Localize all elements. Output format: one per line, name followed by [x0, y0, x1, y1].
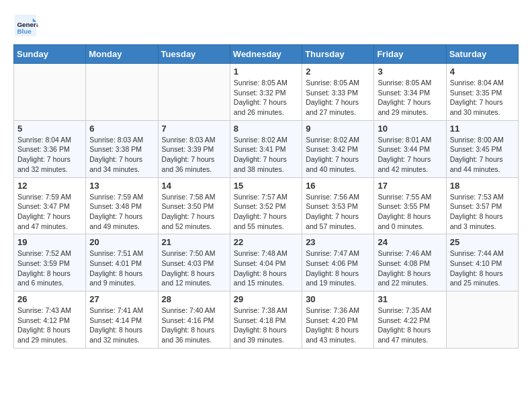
- day-number: 14: [162, 181, 226, 191]
- calendar-week-row: 26Sunrise: 7:43 AM Sunset: 4:12 PM Dayli…: [14, 291, 519, 349]
- calendar-cell: 14Sunrise: 7:58 AM Sunset: 3:50 PM Dayli…: [158, 177, 230, 234]
- day-info: Sunrise: 8:04 AM Sunset: 3:36 PM Dayligh…: [17, 135, 82, 175]
- calendar-cell: 6Sunrise: 8:03 AM Sunset: 3:38 PM Daylig…: [86, 120, 158, 177]
- calendar-cell: 10Sunrise: 8:01 AM Sunset: 3:44 PM Dayli…: [374, 120, 446, 177]
- day-info: Sunrise: 8:04 AM Sunset: 3:35 PM Dayligh…: [450, 78, 515, 118]
- logo-icon: General Blue: [13, 13, 38, 38]
- calendar-cell: 29Sunrise: 7:38 AM Sunset: 4:18 PM Dayli…: [230, 291, 302, 349]
- calendar-cell: [14, 64, 86, 121]
- day-number: 1: [234, 66, 298, 77]
- day-number: 5: [17, 124, 82, 134]
- day-info: Sunrise: 7:41 AM Sunset: 4:14 PM Dayligh…: [89, 306, 154, 345]
- day-number: 6: [89, 124, 154, 134]
- calendar-week-row: 5Sunrise: 8:04 AM Sunset: 3:36 PM Daylig…: [14, 120, 519, 177]
- page-header: General Blue: [13, 13, 519, 38]
- day-number: 3: [378, 66, 442, 77]
- calendar-table: SundayMondayTuesdayWednesdayThursdayFrid…: [13, 44, 519, 349]
- calendar-cell: 28Sunrise: 7:40 AM Sunset: 4:16 PM Dayli…: [158, 291, 230, 349]
- calendar-cell: [446, 291, 518, 349]
- day-info: Sunrise: 7:47 AM Sunset: 4:06 PM Dayligh…: [306, 248, 370, 288]
- day-info: Sunrise: 8:02 AM Sunset: 3:42 PM Dayligh…: [306, 135, 370, 175]
- day-number: 21: [162, 237, 226, 247]
- calendar-cell: 9Sunrise: 8:02 AM Sunset: 3:42 PM Daylig…: [302, 120, 374, 177]
- day-number: 13: [89, 181, 154, 191]
- calendar-cell: 5Sunrise: 8:04 AM Sunset: 3:36 PM Daylig…: [14, 120, 86, 177]
- calendar-cell: 12Sunrise: 7:59 AM Sunset: 3:47 PM Dayli…: [14, 177, 86, 234]
- calendar-cell: 2Sunrise: 8:05 AM Sunset: 3:33 PM Daylig…: [302, 64, 374, 121]
- day-number: 10: [378, 124, 442, 134]
- day-number: 8: [234, 124, 298, 134]
- day-info: Sunrise: 8:03 AM Sunset: 3:39 PM Dayligh…: [162, 135, 226, 175]
- calendar-cell: 24Sunrise: 7:46 AM Sunset: 4:08 PM Dayli…: [374, 234, 446, 291]
- calendar-week-row: 19Sunrise: 7:52 AM Sunset: 3:59 PM Dayli…: [14, 234, 519, 291]
- day-number: 25: [450, 237, 515, 247]
- calendar-cell: 13Sunrise: 7:59 AM Sunset: 3:48 PM Dayli…: [86, 177, 158, 234]
- day-info: Sunrise: 7:52 AM Sunset: 3:59 PM Dayligh…: [17, 248, 82, 288]
- day-info: Sunrise: 7:55 AM Sunset: 3:55 PM Dayligh…: [378, 192, 442, 232]
- day-info: Sunrise: 7:48 AM Sunset: 4:04 PM Dayligh…: [234, 248, 298, 288]
- day-number: 23: [306, 237, 370, 247]
- svg-text:Blue: Blue: [17, 28, 32, 35]
- day-number: 15: [234, 181, 298, 191]
- weekday-header: Saturday: [446, 45, 518, 64]
- day-info: Sunrise: 7:36 AM Sunset: 4:20 PM Dayligh…: [306, 306, 370, 345]
- calendar-week-row: 1Sunrise: 8:05 AM Sunset: 3:32 PM Daylig…: [14, 64, 519, 121]
- day-number: 24: [378, 237, 442, 247]
- day-number: 26: [17, 294, 82, 304]
- day-number: 7: [162, 124, 226, 134]
- day-number: 20: [89, 237, 154, 247]
- calendar-cell: 26Sunrise: 7:43 AM Sunset: 4:12 PM Dayli…: [14, 291, 86, 349]
- weekday-header: Friday: [374, 45, 446, 64]
- calendar-cell: 4Sunrise: 8:04 AM Sunset: 3:35 PM Daylig…: [446, 64, 518, 121]
- day-number: 2: [306, 66, 370, 77]
- calendar-cell: [158, 64, 230, 121]
- weekday-header: Sunday: [14, 45, 86, 64]
- day-info: Sunrise: 7:58 AM Sunset: 3:50 PM Dayligh…: [162, 192, 226, 232]
- day-info: Sunrise: 8:01 AM Sunset: 3:44 PM Dayligh…: [378, 135, 442, 175]
- day-info: Sunrise: 8:02 AM Sunset: 3:41 PM Dayligh…: [234, 135, 298, 175]
- day-info: Sunrise: 7:59 AM Sunset: 3:48 PM Dayligh…: [89, 192, 154, 232]
- calendar-cell: 22Sunrise: 7:48 AM Sunset: 4:04 PM Dayli…: [230, 234, 302, 291]
- calendar-cell: 7Sunrise: 8:03 AM Sunset: 3:39 PM Daylig…: [158, 120, 230, 177]
- calendar-cell: 17Sunrise: 7:55 AM Sunset: 3:55 PM Dayli…: [374, 177, 446, 234]
- calendar-cell: 11Sunrise: 8:00 AM Sunset: 3:45 PM Dayli…: [446, 120, 518, 177]
- calendar-header: SundayMondayTuesdayWednesdayThursdayFrid…: [14, 45, 519, 64]
- calendar-cell: 1Sunrise: 8:05 AM Sunset: 3:32 PM Daylig…: [230, 64, 302, 121]
- calendar-cell: 27Sunrise: 7:41 AM Sunset: 4:14 PM Dayli…: [86, 291, 158, 349]
- day-number: 17: [378, 181, 442, 191]
- day-info: Sunrise: 7:38 AM Sunset: 4:18 PM Dayligh…: [234, 306, 298, 345]
- calendar-week-row: 12Sunrise: 7:59 AM Sunset: 3:47 PM Dayli…: [14, 177, 519, 234]
- day-info: Sunrise: 7:57 AM Sunset: 3:52 PM Dayligh…: [234, 192, 298, 232]
- day-info: Sunrise: 7:50 AM Sunset: 4:03 PM Dayligh…: [162, 248, 226, 288]
- day-info: Sunrise: 7:56 AM Sunset: 3:53 PM Dayligh…: [306, 192, 370, 232]
- day-number: 9: [306, 124, 370, 134]
- calendar-cell: 23Sunrise: 7:47 AM Sunset: 4:06 PM Dayli…: [302, 234, 374, 291]
- day-info: Sunrise: 8:05 AM Sunset: 3:32 PM Dayligh…: [234, 78, 298, 118]
- day-info: Sunrise: 7:35 AM Sunset: 4:22 PM Dayligh…: [378, 306, 442, 345]
- weekday-header: Monday: [86, 45, 158, 64]
- day-number: 28: [162, 294, 226, 304]
- day-number: 11: [450, 124, 515, 134]
- weekday-header: Wednesday: [230, 45, 302, 64]
- day-number: 22: [234, 237, 298, 247]
- day-number: 4: [450, 66, 515, 77]
- weekday-header: Thursday: [302, 45, 374, 64]
- day-number: 18: [450, 181, 515, 191]
- calendar-cell: 8Sunrise: 8:02 AM Sunset: 3:41 PM Daylig…: [230, 120, 302, 177]
- day-info: Sunrise: 7:43 AM Sunset: 4:12 PM Dayligh…: [17, 306, 82, 345]
- day-info: Sunrise: 7:53 AM Sunset: 3:57 PM Dayligh…: [450, 192, 515, 232]
- calendar-cell: 30Sunrise: 7:36 AM Sunset: 4:20 PM Dayli…: [302, 291, 374, 349]
- day-info: Sunrise: 7:51 AM Sunset: 4:01 PM Dayligh…: [89, 248, 154, 288]
- day-number: 31: [378, 294, 442, 304]
- day-info: Sunrise: 7:59 AM Sunset: 3:47 PM Dayligh…: [17, 192, 82, 232]
- calendar-cell: 19Sunrise: 7:52 AM Sunset: 3:59 PM Dayli…: [14, 234, 86, 291]
- calendar-cell: 21Sunrise: 7:50 AM Sunset: 4:03 PM Dayli…: [158, 234, 230, 291]
- calendar-cell: [86, 64, 158, 121]
- day-info: Sunrise: 8:05 AM Sunset: 3:33 PM Dayligh…: [306, 78, 370, 118]
- calendar-cell: 25Sunrise: 7:44 AM Sunset: 4:10 PM Dayli…: [446, 234, 518, 291]
- day-number: 19: [17, 237, 82, 247]
- calendar-cell: 18Sunrise: 7:53 AM Sunset: 3:57 PM Dayli…: [446, 177, 518, 234]
- day-info: Sunrise: 8:00 AM Sunset: 3:45 PM Dayligh…: [450, 135, 515, 175]
- calendar-cell: 16Sunrise: 7:56 AM Sunset: 3:53 PM Dayli…: [302, 177, 374, 234]
- calendar-cell: 3Sunrise: 8:05 AM Sunset: 3:34 PM Daylig…: [374, 64, 446, 121]
